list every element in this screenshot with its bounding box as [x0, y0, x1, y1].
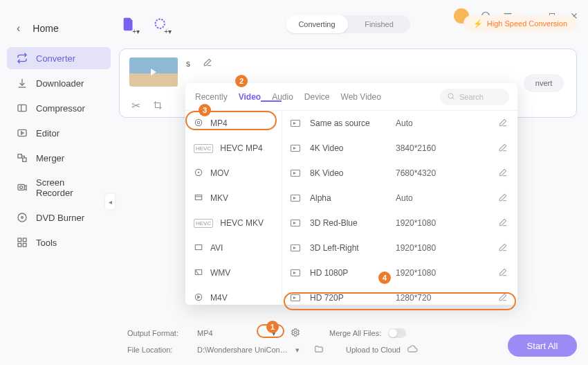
res-3d-left-right[interactable]: 3D Left-Right1920*1080	[282, 235, 517, 260]
lightning-icon: ⚡	[473, 19, 483, 28]
file-location-label: File Location:	[127, 346, 183, 354]
output-format-label: Output Format:	[127, 329, 183, 337]
svg-rect-34	[195, 244, 201, 249]
dvd-icon	[17, 212, 28, 223]
sidebar-item-tools[interactable]: Tools	[7, 231, 111, 253]
open-folder-icon[interactable]	[314, 344, 324, 355]
format-search[interactable]: Search	[440, 89, 509, 105]
video-thumbnail[interactable]	[129, 57, 178, 87]
high-speed-badge[interactable]: ⚡ High Speed Conversion	[463, 15, 577, 32]
sidebar-label: Screen Recorder	[36, 177, 101, 198]
sidebar-item-converter[interactable]: Converter	[7, 47, 111, 69]
format-mkv[interactable]: MKV	[185, 186, 282, 211]
hevc-icon: HEVC	[194, 219, 213, 228]
res-alpha[interactable]: AlphaAuto	[282, 186, 517, 211]
edit-preset-icon[interactable]	[498, 267, 508, 279]
annotation-badge-2: 2	[235, 75, 248, 87]
sidebar-item-merger[interactable]: Merger	[7, 147, 111, 169]
format-hevc-mkv[interactable]: HEVCHEVC MKV	[185, 211, 282, 235]
upload-cloud-label: Upload to Cloud	[346, 346, 401, 354]
search-icon	[447, 92, 455, 102]
svg-rect-9	[18, 105, 26, 111]
add-file-button[interactable]: +▾	[119, 15, 138, 34]
tab-converting[interactable]: Converting	[286, 15, 348, 33]
start-all-button[interactable]: Start All	[508, 335, 577, 357]
convert-button[interactable]: nvert	[524, 74, 564, 92]
download-icon	[17, 78, 28, 89]
sidebar-item-editor[interactable]: Editor	[7, 122, 111, 144]
status-segment: Converting Finished	[286, 15, 410, 33]
tab-video[interactable]: Video	[239, 92, 261, 102]
crop-icon[interactable]	[151, 99, 164, 112]
sidebar-item-dvd-burner[interactable]: DVD Burner	[7, 206, 111, 229]
video-file-icon	[291, 145, 300, 152]
hevc-icon: HEVC	[194, 144, 213, 153]
annotation-badge-1: 1	[266, 321, 279, 333]
res-hd-720p[interactable]: HD 720P1280*720	[282, 285, 517, 305]
svg-rect-32	[195, 195, 201, 199]
toolbar: +▾ +▾ Converting Finished ⚡ High Speed C…	[119, 8, 577, 40]
avi-icon	[194, 242, 203, 254]
sidebar-label: DVD Burner	[36, 213, 84, 223]
edit-preset-icon[interactable]	[498, 118, 508, 130]
tab-web-video[interactable]: Web Video	[341, 92, 381, 102]
sidebar-item-compressor[interactable]: Compressor	[7, 97, 111, 119]
sidebar-item-downloader[interactable]: Downloader	[7, 72, 111, 94]
res-8k[interactable]: 8K Video7680*4320	[282, 161, 517, 186]
format-wmv[interactable]: WMV	[185, 260, 282, 285]
edit-preset-icon[interactable]	[498, 143, 508, 154]
format-mov[interactable]: MOV	[185, 161, 282, 186]
res-same-as-source[interactable]: Same as sourceAuto	[282, 111, 517, 136]
edit-preset-icon[interactable]	[498, 193, 508, 204]
svg-point-18	[20, 186, 23, 188]
merge-toggle[interactable]	[388, 328, 406, 338]
add-url-button[interactable]: +▾	[151, 15, 170, 34]
video-file-icon	[291, 269, 300, 276]
recorder-icon	[17, 182, 28, 193]
resolution-list: Same as sourceAuto 4K Video3840*2160 8K …	[282, 111, 517, 305]
output-format-value: MP4	[197, 329, 213, 337]
tab-finished[interactable]: Finished	[348, 15, 410, 33]
svg-point-26	[448, 94, 453, 98]
edit-preset-icon[interactable]	[498, 292, 508, 304]
format-m4v[interactable]: M4V	[185, 285, 282, 305]
sidebar-collapse-toggle[interactable]: ◂	[105, 194, 115, 209]
svg-marker-38	[198, 296, 200, 299]
video-file-icon	[291, 244, 300, 251]
svg-rect-11	[18, 130, 26, 136]
cloud-icon[interactable]	[407, 344, 419, 356]
card-tools: ✂	[129, 99, 164, 112]
format-avi[interactable]: AVI	[185, 235, 282, 260]
converter-icon	[17, 53, 28, 64]
res-4k[interactable]: 4K Video3840*2160	[282, 136, 517, 161]
edit-preset-icon[interactable]	[498, 168, 508, 179]
output-settings-icon[interactable]	[291, 328, 300, 339]
edit-preset-icon[interactable]	[498, 217, 508, 229]
svg-point-25	[156, 19, 165, 28]
sidebar-label: Downloader	[36, 78, 84, 89]
file-location-value: D:\Wondershare UniConverter 1	[197, 346, 291, 354]
tab-device[interactable]: Device	[304, 92, 330, 102]
video-file-icon	[291, 120, 300, 127]
svg-point-29	[197, 121, 200, 124]
res-hd-1080p[interactable]: HD 1080P1920*1080	[282, 260, 517, 285]
file-location-select[interactable]: D:\Wondershare UniConverter 1 ▾	[190, 344, 307, 357]
svg-rect-14	[23, 158, 26, 161]
hsc-label: High Speed Conversion	[487, 19, 567, 28]
footer: Output Format: MP4 ▾ Merge All Files: Fi…	[127, 325, 577, 358]
tab-recently[interactable]: Recently	[195, 92, 228, 102]
rename-icon[interactable]	[203, 57, 212, 70]
sidebar-item-screen-recorder[interactable]: Screen Recorder	[7, 172, 111, 204]
back-button[interactable]: ‹	[17, 22, 20, 35]
breadcrumb: ‹ Home	[17, 22, 59, 35]
svg-rect-23	[18, 243, 21, 247]
res-3d-red-blue[interactable]: 3D Red-Blue1920*1080	[282, 211, 517, 235]
edit-preset-icon[interactable]	[498, 242, 508, 254]
svg-point-28	[195, 119, 201, 125]
format-hevc-mp4[interactable]: HEVCHEVC MP4	[185, 136, 282, 161]
sidebar: Converter Downloader Compressor Editor M…	[7, 47, 111, 256]
sidebar-label: Editor	[36, 128, 59, 139]
sidebar-label: Converter	[36, 53, 75, 64]
trim-icon[interactable]: ✂	[129, 99, 142, 112]
home-label[interactable]: Home	[33, 23, 58, 34]
